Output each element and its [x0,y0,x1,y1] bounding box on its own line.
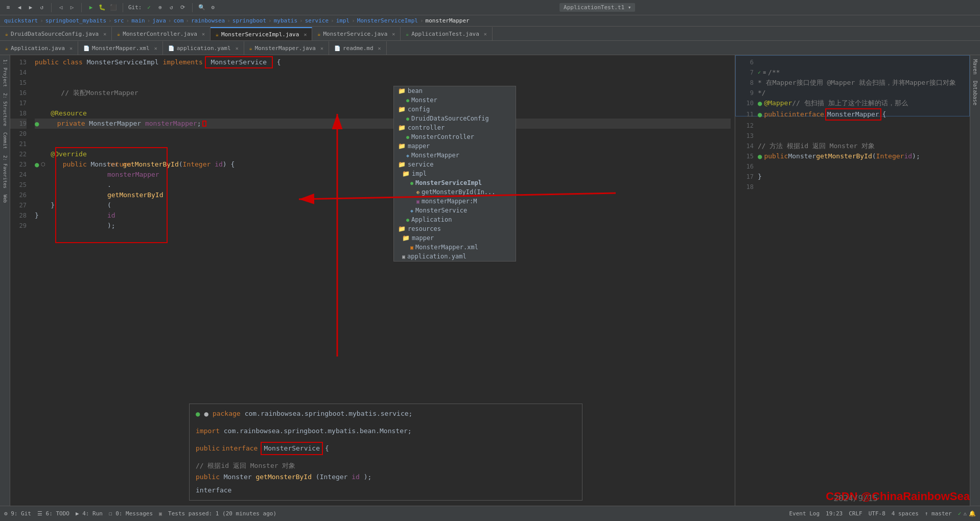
breadcrumb-quickstart[interactable]: quickstart [4,17,38,24]
tree-mapper2[interactable]: 📁 mapper [394,233,516,243]
tree-label-druiddatasourceconfig: DruidDataSourceConfig [411,115,489,122]
back-icon[interactable]: ◀ [15,4,24,12]
tree-monstercontroller[interactable]: ● MonsterController [394,132,516,141]
tab-readmemd[interactable]: 📄 readme.md ✕ [329,41,387,55]
breadcrumb-springboot2[interactable]: springboot [232,17,266,24]
tree-bean[interactable]: 📁 bean [394,86,516,96]
rln-6: 6 [739,57,754,67]
menu-icon[interactable]: ≡ [4,4,12,12]
tree-monster[interactable]: ● Monster [394,96,516,105]
search-toolbar-icon[interactable]: 🔍 [198,4,206,12]
status-crlf[interactable]: CRLF [849,510,862,517]
rcode-6 [758,57,762,67]
tree-config[interactable]: 📁 config [394,105,516,114]
tree-application[interactable]: ● Application [394,215,516,224]
sidebar-favorites[interactable]: 2: Favorites [2,153,9,191]
tree-service[interactable]: 📁 service [394,160,516,169]
tab-close-druiddatasourceconfig[interactable]: ✕ [103,31,106,37]
sidebar-commit[interactable]: Commit [2,130,9,151]
git-merge-icon[interactable]: ⟳ [179,4,187,12]
tab-applicationyaml[interactable]: 📄 application.yaml ✕ [163,41,244,55]
popup-import-kw: import [196,427,224,435]
breadcrumb-rainbowsea[interactable]: rainbowsea [191,17,225,24]
tab-close-monsterserviceimpl[interactable]: ✕ [304,32,307,37]
tree-resources[interactable]: 📁 resources [394,224,516,233]
git-check-icon[interactable]: ✓ [145,4,153,12]
tab-monstercontroller[interactable]: ☕ MonsterController.java ✕ [112,27,211,40]
breadcrumb-monsterserviceimpl[interactable]: MonsterServiceImpl [357,17,418,24]
tab-close-applicationtest[interactable]: ✕ [484,31,487,37]
debug-icon[interactable]: 🐛 [98,4,106,12]
forward-icon[interactable]: ▶ [27,4,35,12]
tab-close-monsterservice[interactable]: ✕ [392,31,395,37]
status-git[interactable]: ⚙ 9: Git [4,510,31,517]
sidebar-project[interactable]: 1: Project [2,57,9,89]
popup-method-close: ); [364,473,372,481]
status-encoding[interactable]: UTF-8 [869,510,885,517]
tab-monstermapperxml[interactable]: 📄 MonsterMapper.xml ✕ [78,41,163,55]
tree-applicationyaml[interactable]: ▣ application.yaml [394,252,516,261]
status-run[interactable]: ▶ 4: Run [76,510,103,517]
rcode-7-wrapper: ✓ ≡ /** [758,67,780,78]
tab-icon-monstermapperjava: ☕ [249,45,252,51]
annotation-resource: @Resource [35,108,87,119]
tree-monsterserviceimpl[interactable]: ● MonsterServiceImpl [394,178,516,187]
status-eventlog[interactable]: Event Log [789,510,820,517]
right-line-14: 14 // 方法 根据id 返回 Monster 对象 [739,141,966,151]
sidebar-structure[interactable]: 2: Structure [2,91,9,128]
tab-monstermapperjava[interactable]: ☕ MonsterMapper.java ✕ [244,41,329,55]
code-line-20 [35,129,731,139]
tree-getmonsterbyid[interactable]: ⊕ getMonsterById(In... [394,187,516,197]
rln-13: 13 [739,131,754,141]
tree-monstermapper[interactable]: ◆ MonsterMapper [394,151,516,160]
breadcrumb-com[interactable]: com [173,17,183,24]
sidebar-maven[interactable]: Maven [971,57,979,77]
popup-import-name: com.rainbowsea.springboot.mybatis.bean.M… [224,427,412,435]
refresh-icon[interactable]: ↺ [38,4,46,12]
tab-close-monstermapperjava[interactable]: ✕ [320,45,323,51]
sidebar-database[interactable]: Database [971,79,979,107]
comment-text-16: // 装配MonsterMapper [45,88,138,98]
breadcrumb-impl[interactable]: impl [336,17,350,24]
popup-comment-text: // 根据id 返回 Monster 对象 [196,462,295,469]
breadcrumb-main[interactable]: main [131,17,145,24]
tab-monsterserviceimpl[interactable]: ☕ MonsterServiceImpl.java ✕ [211,27,312,40]
git-push-icon[interactable]: ⊕ [156,4,165,12]
tab-monsterservice[interactable]: ☕ MonsterService.java ✕ [312,27,401,40]
breadcrumb-service[interactable]: service [305,17,329,24]
status-messages[interactable]: ☐ 0: Messages [109,510,153,517]
breadcrumb-springboot[interactable]: springboot_mybaits [45,17,106,24]
tab-application[interactable]: ☕ Application.java ✕ [0,41,78,55]
rparam-id-15: id [904,151,912,161]
tab-druiddatasourceconfig[interactable]: ☕ DruidDataSourceConfig.java ✕ [0,27,112,40]
tab-close-application[interactable]: ✕ [69,45,73,51]
run-config-selector[interactable]: ApplicationTest.t1 ▾ [559,3,635,12]
tree-monsterservice[interactable]: ◆ MonsterService [394,206,516,215]
status-bar-right: Event Log 19:23 CRLF UTF-8 4 spaces ↑ ma… [789,510,976,517]
tab-close-monstermapperxml[interactable]: ✕ [154,45,157,51]
tab-applicationtest[interactable]: ☕ ApplicationTest.java ✕ [401,27,493,40]
tree-druiddatasourceconfig[interactable]: ● DruidDataSourceConfig [394,114,516,123]
git-label: Git: [128,4,142,11]
tree-impl[interactable]: 📁 impl [394,169,516,178]
git-pull-icon[interactable]: ↺ [168,4,176,12]
stop-icon[interactable]: ⬛ [109,4,118,12]
tab-close-readmemd[interactable]: ✕ [378,45,381,51]
undo-icon[interactable]: ◁ [57,4,65,12]
settings-icon[interactable]: ⚙ [209,4,217,12]
tree-monstermapperxml[interactable]: ▣ MonsterMapper.xml [394,243,516,252]
status-todo[interactable]: ☰ 6: TODO [37,510,69,517]
tab-close-applicationyaml[interactable]: ✕ [236,45,239,51]
tree-monstermapperfield[interactable]: ▣ monsterMapper:M [394,197,516,206]
redo-icon[interactable]: ▷ [68,4,76,12]
sidebar-web[interactable]: Web [2,193,9,205]
breadcrumb-mybatis[interactable]: mybatis [274,17,297,24]
breadcrumb-src[interactable]: src [114,17,124,24]
status-indent[interactable]: 4 spaces [892,510,919,517]
breadcrumb-java[interactable]: java [152,17,166,24]
tree-controller[interactable]: 📁 controller [394,123,516,132]
tab-bar-row1: ☕ DruidDataSourceConfig.java ✕ ☕ Monster… [0,27,980,41]
tree-mapper[interactable]: 📁 mapper [394,141,516,151]
run-icon[interactable]: ▶ [87,4,95,12]
tab-close-monstercontroller[interactable]: ✕ [202,31,205,37]
